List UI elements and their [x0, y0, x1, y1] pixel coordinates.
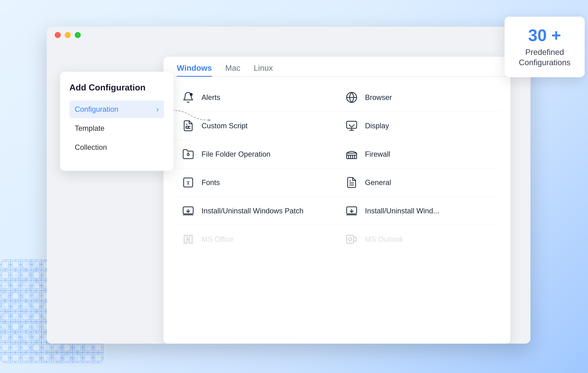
- traffic-light-yellow[interactable]: [65, 32, 71, 38]
- config-content-panel: Windows Mac Linux Alerts: [163, 57, 510, 344]
- general-label: General: [365, 178, 391, 187]
- browser-label: Browser: [365, 93, 392, 102]
- config-item-install-uninstall-2[interactable]: Install/Uninstall Wind...: [337, 197, 500, 225]
- tab-linux[interactable]: Linux: [254, 64, 273, 77]
- menu-item-template-label: Template: [75, 124, 105, 132]
- config-item-display[interactable]: Display: [337, 112, 500, 140]
- general-icon: [345, 176, 358, 189]
- browser-titlebar: [47, 27, 530, 43]
- folder-icon: [181, 148, 195, 161]
- office-icon: [181, 233, 195, 246]
- badge-text: PredefinedConfigurations: [513, 47, 577, 68]
- tab-mac[interactable]: Mac: [225, 64, 240, 77]
- ms-outlook-label: MS Outlook: [365, 235, 403, 243]
- display-label: Display: [365, 122, 389, 130]
- display-icon: [345, 119, 358, 132]
- config-item-fonts[interactable]: T Fonts: [173, 169, 337, 197]
- globe-icon: [345, 91, 358, 104]
- config-item-install-uninstall[interactable]: Install/Uninstall Windows Patch: [173, 197, 337, 225]
- config-panel-title: Add Configuration: [69, 82, 164, 92]
- install-icon-2: [345, 204, 358, 218]
- svg-point-41: [349, 238, 352, 241]
- fonts-label: Fonts: [201, 178, 220, 187]
- menu-item-configuration[interactable]: Configuration ›: [69, 100, 164, 118]
- config-item-ms-outlook[interactable]: MS Outlook: [337, 225, 500, 254]
- firewall-label: Firewall: [365, 150, 390, 158]
- config-item-firewall[interactable]: Firewall: [337, 140, 500, 169]
- menu-item-collection-label: Collection: [75, 143, 107, 151]
- traffic-light-green[interactable]: [75, 32, 81, 38]
- menu-item-configuration-label: Configuration: [75, 105, 118, 113]
- ms-office-label: MS Office: [201, 235, 233, 243]
- browser-window: Add Configuration Configuration › Templa…: [47, 27, 530, 344]
- install-uninstall-2-label: Install/Uninstall Wind...: [365, 207, 439, 215]
- config-item-general[interactable]: General: [337, 169, 500, 197]
- config-item-ms-office[interactable]: MS Office: [173, 225, 337, 254]
- bell-icon: [181, 91, 195, 104]
- svg-rect-19: [347, 155, 357, 159]
- install-uninstall-label: Install/Uninstall Windows Patch: [201, 207, 304, 215]
- badge-number: 30 +: [513, 26, 577, 44]
- badge-card: 30 + PredefinedConfigurations: [504, 17, 585, 77]
- tabs-bar: Windows Mac Linux: [163, 57, 510, 77]
- menu-item-collection[interactable]: Collection: [69, 139, 164, 156]
- config-grid: Alerts Browser: [163, 77, 510, 260]
- svg-marker-8: [209, 119, 211, 121]
- chevron-right-icon: ›: [156, 105, 159, 113]
- install-icon: [181, 204, 195, 218]
- browser-content: Add Configuration Configuration › Templa…: [47, 43, 530, 344]
- traffic-light-red[interactable]: [55, 32, 61, 38]
- file-folder-label: File Folder Operation: [201, 150, 270, 158]
- alerts-label: Alerts: [201, 93, 220, 102]
- config-item-file-folder[interactable]: File Folder Operation: [173, 140, 337, 169]
- arrow-connector: [168, 105, 212, 125]
- menu-item-template[interactable]: Template: [69, 119, 164, 137]
- outlook-icon: [345, 233, 358, 246]
- fonts-icon: T: [181, 176, 195, 189]
- svg-text:T: T: [187, 180, 190, 185]
- config-panel: Add Configuration Configuration › Templa…: [60, 72, 173, 171]
- tab-windows[interactable]: Windows: [177, 64, 212, 77]
- config-item-browser[interactable]: Browser: [337, 83, 500, 112]
- svg-rect-40: [347, 235, 354, 243]
- svg-point-9: [190, 93, 193, 96]
- firewall-icon: [345, 148, 358, 161]
